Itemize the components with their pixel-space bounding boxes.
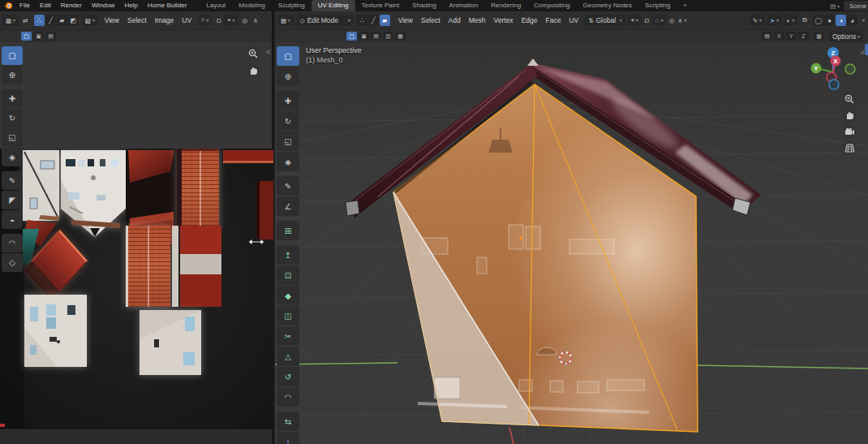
- vp-tool-measure[interactable]: ∠: [277, 196, 299, 216]
- vp-menu[interactable]: Vertex: [490, 16, 518, 24]
- scene-selector[interactable]: Scene: [844, 1, 868, 11]
- vp-tool-move[interactable]: ✚: [277, 91, 299, 110]
- snap-magnet-icon-3d[interactable]: Ω: [642, 15, 652, 26]
- vp-tool-shrink-fatten[interactable]: ↕: [277, 432, 299, 444]
- vp-select-mode-face[interactable]: ▰: [380, 15, 390, 26]
- editor-type-button-3d[interactable]: ▦▾: [277, 15, 294, 26]
- snap-target-button[interactable]: ⌖▾: [224, 15, 238, 26]
- mirror-axis-toggle[interactable]: Y: [786, 32, 797, 41]
- viewport-3d[interactable]: User Perspective (1) Mesh_0 Z X Y <: [275, 42, 868, 444]
- uv-menu[interactable]: View: [101, 16, 123, 24]
- uv-brick-panel-1[interactable]: [177, 149, 219, 229]
- uv-collapse-arrow[interactable]: <: [266, 48, 270, 56]
- snap-magnet-icon[interactable]: Ω: [213, 15, 224, 26]
- uv-tool-transform[interactable]: ◈: [2, 148, 23, 166]
- uv-menu[interactable]: Select: [123, 16, 151, 24]
- uv-brick-panel-2[interactable]: [126, 226, 170, 307]
- vp-tool-select-box[interactable]: ▢: [277, 46, 299, 66]
- workspace-tab[interactable]: Sculpting: [272, 0, 312, 11]
- mirror-icon[interactable]: ▤: [762, 32, 772, 41]
- vp-tool-poly-build[interactable]: △: [277, 347, 299, 366]
- topbar-menu[interactable]: Home Builder: [143, 0, 191, 11]
- uv-piece-wall-d[interactable]: [140, 310, 201, 375]
- vp-tool-inset-faces[interactable]: ⊡: [277, 265, 299, 285]
- falloff-icon-3d[interactable]: ∧▾: [677, 15, 687, 26]
- sticky-select-button[interactable]: ▧▾: [82, 15, 98, 26]
- vp-menu[interactable]: Select: [417, 16, 445, 24]
- snap-settings-icon[interactable]: ▩: [814, 32, 824, 41]
- vp-tool-loop-cut[interactable]: ◫: [277, 306, 299, 325]
- workspace-tab[interactable]: Layout: [200, 0, 232, 11]
- overlays-button[interactable]: ◐▾: [784, 15, 797, 26]
- vp-menu[interactable]: UV: [565, 16, 582, 24]
- navigation-gizmo[interactable]: Z X Y: [809, 42, 857, 91]
- mode-dropdown[interactable]: ◇Edit Mode▾: [297, 15, 354, 26]
- editor-type-button[interactable]: ▩▾: [2, 15, 19, 26]
- vp-tool-cursor[interactable]: ⊕: [277, 67, 299, 86]
- vp-tool-bevel[interactable]: ◆: [277, 286, 299, 305]
- vp-tool-extrude-region[interactable]: ↥: [277, 245, 299, 265]
- topbar-menu[interactable]: Edit: [35, 0, 56, 11]
- mirror-axis-toggle[interactable]: X: [774, 32, 784, 41]
- mirror-axis-toggle[interactable]: Z: [798, 32, 809, 41]
- vp-tool-knife[interactable]: ✂: [277, 326, 299, 346]
- pivot-button[interactable]: ⌾▾: [198, 15, 212, 26]
- xray-icon[interactable]: ⧉: [799, 15, 810, 26]
- shading-solid[interactable]: ●: [824, 15, 835, 26]
- snap-with-button[interactable]: ∴▾: [652, 15, 667, 26]
- proportional-edit-icon[interactable]: ◎: [239, 15, 250, 26]
- vp-tool-transform[interactable]: ◈: [277, 152, 299, 171]
- shading-wireframe[interactable]: ◯: [813, 15, 823, 26]
- uv-piece-wall-c[interactable]: [24, 295, 87, 367]
- vp-select-option-select-new[interactable]: ▢: [346, 32, 357, 41]
- uv-select-option-select-new[interactable]: ▢: [21, 32, 32, 41]
- falloff-icon[interactable]: ∧: [250, 15, 260, 26]
- vp-tool-scale[interactable]: ◱: [277, 131, 299, 151]
- uv-tool-cursor[interactable]: ⊕: [2, 66, 23, 84]
- workspace-tab[interactable]: Geometry Nodes: [577, 0, 638, 11]
- uv-sync-icon[interactable]: ⇄: [20, 15, 31, 26]
- uv-select-mode-island[interactable]: ◩: [68, 15, 79, 26]
- snap-target-button-3d[interactable]: ⌖▾: [628, 15, 642, 26]
- uv-select-option-select-subtract[interactable]: ▤: [45, 32, 56, 41]
- topbar-menu[interactable]: Help: [119, 0, 142, 11]
- uv-select-option-select-extend[interactable]: ▣: [33, 32, 44, 41]
- uv-menu[interactable]: UV: [178, 16, 196, 24]
- vp-select-option-select-intersect[interactable]: ▦: [395, 32, 406, 41]
- camera-view-button[interactable]: [842, 124, 857, 139]
- uv-tool-pinch[interactable]: ◇: [2, 253, 23, 272]
- vp-menu[interactable]: Face: [541, 16, 565, 24]
- vp-tool-smooth[interactable]: ◠: [277, 387, 299, 407]
- uv-tool-relax[interactable]: ◠: [2, 234, 23, 252]
- vp-menu[interactable]: Edge: [518, 16, 542, 24]
- vp-tool-rotate[interactable]: ↻: [277, 111, 299, 131]
- workspace-tab[interactable]: +: [677, 0, 694, 11]
- uv-zoom-button[interactable]: [246, 46, 260, 61]
- vp-select-option-select-difference[interactable]: ▥: [383, 32, 393, 41]
- vp-menu[interactable]: Mesh: [465, 16, 490, 24]
- workspace-tab[interactable]: UV Editing: [312, 0, 355, 11]
- vp-tool-spin[interactable]: ↺: [277, 367, 299, 386]
- vp-tool-add-cube[interactable]: ⊞: [277, 221, 299, 240]
- topbar-menu[interactable]: Window: [87, 0, 119, 11]
- proportional-edit-icon-3d[interactable]: ◎: [666, 15, 677, 26]
- uv-select-mode-face[interactable]: ▰: [57, 15, 67, 26]
- uv-tool-grab[interactable]: ◒: [2, 210, 23, 229]
- uv-select-mode-edge[interactable]: ╱: [45, 15, 56, 26]
- workspace-tab[interactable]: Compositing: [527, 0, 576, 11]
- uv-pan-button[interactable]: [246, 63, 260, 78]
- vp-menu[interactable]: View: [394, 16, 417, 24]
- uv-tool-annotate[interactable]: ✎: [2, 171, 23, 190]
- vp-tool-annotate[interactable]: ✎: [277, 176, 299, 196]
- vp-select-option-select-subtract[interactable]: ▤: [371, 32, 381, 41]
- shading-rendered[interactable]: ◕: [847, 15, 857, 26]
- workspace-tab[interactable]: Texture Paint: [355, 0, 406, 11]
- uv-tool-scale[interactable]: ◱: [2, 128, 23, 147]
- blender-logo-icon[interactable]: [3, 2, 13, 10]
- vp-menu[interactable]: Add: [445, 16, 465, 24]
- uv-tool-move[interactable]: ✚: [2, 89, 23, 108]
- editor-layout-icons[interactable]: ▤▾: [830, 2, 840, 10]
- workspace-tab[interactable]: Scripting: [638, 0, 677, 11]
- uv-tool-rotate[interactable]: ↻: [2, 109, 23, 127]
- perspective-toggle-button[interactable]: [842, 140, 857, 155]
